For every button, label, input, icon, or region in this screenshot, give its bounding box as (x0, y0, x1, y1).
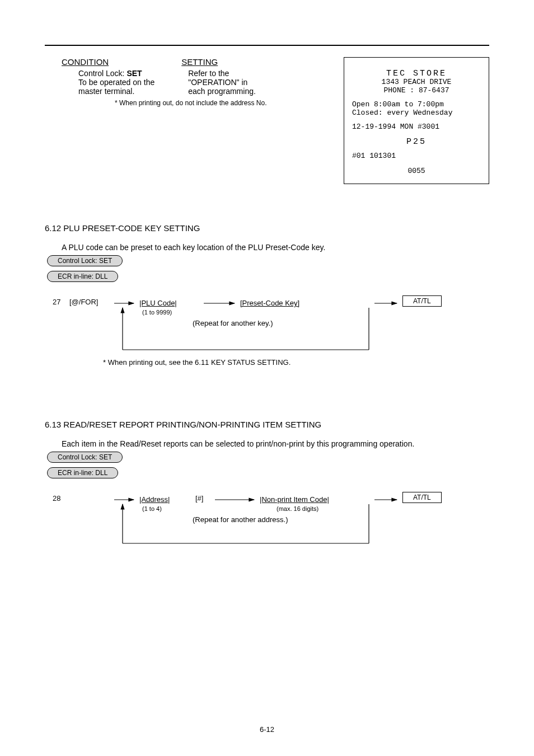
receipt-open: Open 8:00am to 7:00pm (352, 101, 481, 109)
section-612-title: 6.12 PLU PRESET-CODE KEY SETTING (45, 223, 489, 233)
flow-613-svg (47, 482, 450, 571)
f2-addr-range: (1 to 4) (142, 505, 162, 513)
set-l1: Refer to the (188, 69, 256, 78)
f2-nonprint-range: (max. 16 digits) (277, 505, 318, 513)
f2-key: AT/TL (402, 492, 442, 503)
condition-heading: CONDITION (62, 57, 109, 67)
flow-612: 27 [@/FOR] |PLU Code| (1 to 9999) [Prese… (47, 285, 489, 381)
receipt-addr: 1343 PEACH DRIVE (352, 78, 481, 87)
f1-plu: |PLU Code| (139, 299, 177, 308)
header-text: CONDITION SETTING Control Lock: SET To b… (45, 57, 344, 184)
section-613-title: 6.13 READ/RESET REPORT PRINTING/NON-PRIN… (45, 420, 489, 429)
page: CONDITION SETTING Control Lock: SET To b… (0, 0, 534, 594)
header-note: * When printing out, do not include the … (45, 99, 338, 107)
receipt-panel: TEC STORE 1343 PEACH DRIVE PHONE : 87-64… (344, 57, 489, 184)
pill-ecr-2: ECR in-line: DLL (47, 467, 118, 478)
set-l2: "OPERATION" in (188, 78, 256, 87)
section-612: 6.12 PLU PRESET-CODE KEY SETTING A PLU c… (45, 223, 489, 381)
f1-repeat: (Repeat for another key.) (193, 319, 273, 328)
pill-control-lock-1: Control Lock: SET (47, 255, 123, 266)
f1-at: [@/FOR] (69, 298, 98, 307)
setting-heading: SETTING (181, 57, 218, 67)
condition-text: Control Lock: SET To be operated on the … (78, 69, 154, 96)
f1-num: 27 (53, 298, 60, 307)
header-block: CONDITION SETTING Control Lock: SET To b… (45, 57, 489, 184)
cond-l1v: SET (127, 69, 142, 78)
cond-l3: master terminal. (78, 87, 154, 96)
f1-key: AT/TL (402, 295, 442, 307)
f2-sharp: [#] (195, 494, 203, 503)
page-footer: 6-12 (0, 725, 534, 734)
f1-preset: [Preset-Code Key] (240, 299, 299, 308)
f1-plu-range: (1 to 9999) (142, 309, 172, 316)
receipt-foot: 0055 (352, 167, 481, 176)
f1-note: * When printing out, see the 6.11 KEY ST… (103, 358, 291, 367)
page-number: 6-12 (260, 725, 274, 734)
top-rule (45, 45, 489, 46)
cond-l1: Control Lock: (78, 69, 124, 78)
receipt-hash: #01 101301 (352, 152, 481, 161)
at-tl-key-2: AT/TL (402, 492, 442, 503)
receipt-title: TEC STORE (352, 69, 481, 78)
flow-613: 28 |Address| (1 to 4) [#] |Non-print Ite… (47, 482, 489, 571)
receipt-phone: PHONE : 87-6437 (352, 87, 481, 95)
at-tl-key-1: AT/TL (402, 295, 442, 307)
pill-ecr-1: ECR in-line: DLL (47, 271, 118, 282)
f2-nonprint: |Non-print Item Code| (260, 495, 329, 504)
section-613: 6.13 READ/RESET REPORT PRINTING/NON-PRIN… (45, 420, 489, 571)
section-613-desc: Each item in the Read/Reset reports can … (62, 439, 489, 448)
f2-num: 28 (53, 494, 60, 503)
section-612-desc: A PLU code can be preset to each key loc… (62, 243, 489, 252)
pill-control-lock-2: Control Lock: SET (47, 452, 123, 463)
receipt-p: P25 (352, 137, 481, 147)
f2-addr: |Address| (139, 495, 170, 504)
receipt-date: 12-19-1994 MON #3001 (352, 123, 481, 132)
f2-repeat: (Repeat for another address.) (193, 515, 288, 524)
set-l3: each programming. (188, 87, 256, 96)
receipt: TEC STORE 1343 PEACH DRIVE PHONE : 87-64… (344, 57, 489, 184)
cond-l2: To be operated on the (78, 78, 154, 87)
receipt-closed: Closed: every Wednesday (352, 109, 481, 118)
setting-text: Refer to the "OPERATION" in each program… (188, 69, 256, 96)
